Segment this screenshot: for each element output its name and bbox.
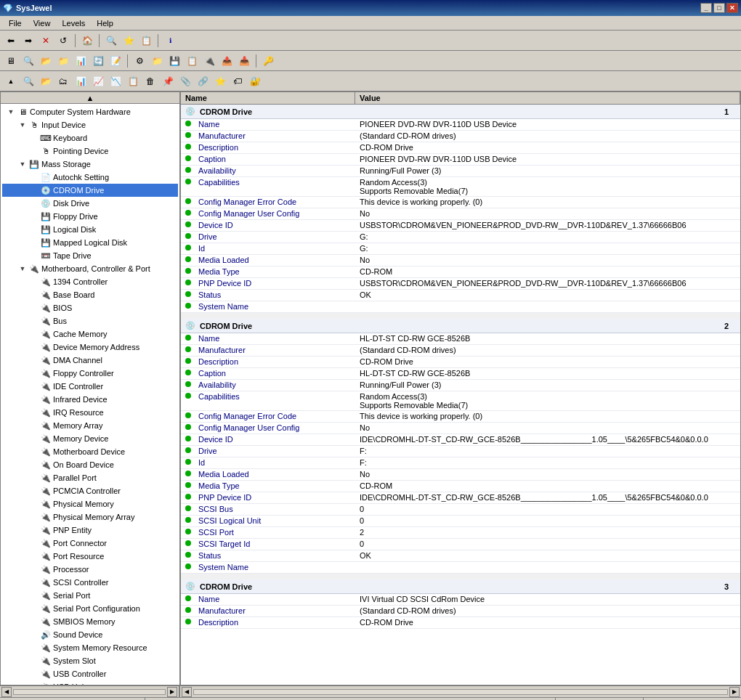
toolbar-btn-t2-12[interactable]: 🔌 — [201, 53, 217, 69]
col-header-value[interactable]: Value — [355, 92, 740, 104]
toolbar-btn-t3-9[interactable]: 🗑 — [142, 73, 158, 89]
tree-item-memdev[interactable]: 🔌 Memory Device — [2, 432, 178, 445]
toolbar-btn-t3-10[interactable]: 📌 — [160, 73, 176, 89]
tree-item-ide[interactable]: 🔌 IDE Controller — [2, 380, 178, 393]
tree-item-sound[interactable]: 🔊 Sound Device — [2, 628, 178, 641]
tree-item-serial[interactable]: 🔌 Serial Port — [2, 589, 178, 602]
tree-item-tape[interactable]: 📼 Tape Drive — [2, 249, 178, 262]
tree-item-disk[interactable]: 💿 Disk Drive — [2, 197, 178, 210]
toolbar-btn-t3-15[interactable]: 🔐 — [247, 73, 263, 89]
tree-item-1394[interactable]: 🔌 1394 Controller — [2, 275, 178, 288]
toolbar-btn-2[interactable]: ➡ — [20, 33, 36, 49]
tree-item-sysslot[interactable]: 🔌 System Slot — [2, 654, 178, 667]
toolbar-btn-8[interactable]: 📋 — [138, 33, 154, 49]
tree-item-serial-config[interactable]: 🔌 Serial Port Configuration — [2, 602, 178, 615]
tree-item-portres[interactable]: 🔌 Port Resource — [2, 550, 178, 563]
tree-item-pointing[interactable]: 🖱 Pointing Device — [2, 145, 178, 158]
menu-levels[interactable]: Levels — [56, 17, 91, 29]
toolbar-btn-t2-6[interactable]: 🔄 — [90, 53, 106, 69]
tree-item-motherboard-group[interactable]: ▼ 🔌 Motherboard, Controller & Port — [2, 262, 178, 275]
tree-item-root[interactable]: ▼ 🖥 Computer System Hardware — [2, 105, 178, 118]
tree-item-floppy-ctrl[interactable]: 🔌 Floppy Controller — [2, 367, 178, 380]
tree-item-smbios[interactable]: 🔌 SMBIOS Memory — [2, 615, 178, 628]
toolbar-btn-t2-13[interactable]: 📤 — [219, 53, 235, 69]
tree-item-usb-ctrl[interactable]: 🔌 USB Controller — [2, 667, 178, 680]
tree-item-input-device[interactable]: ▼ 🖱 Input Device — [2, 118, 178, 131]
tree-item-onboard[interactable]: 🔌 On Board Device — [2, 458, 178, 471]
minimize-button[interactable]: _ — [700, 3, 712, 13]
toolbar-btn-t3-6[interactable]: 📈 — [90, 73, 106, 89]
tree-item-irq[interactable]: 🔌 IRQ Resource — [2, 406, 178, 419]
toolbar-btn-t2-4[interactable]: 📁 — [55, 53, 71, 69]
tree-item-baseboard[interactable]: 🔌 Base Board — [2, 288, 178, 301]
toolbar-btn-6[interactable]: 🔍 — [103, 33, 119, 49]
tree-item-bios[interactable]: 🔌 BIOS — [2, 301, 178, 314]
expander-mass[interactable]: ▼ — [17, 158, 28, 170]
tree-item-logical-disk[interactable]: 💾 Logical Disk — [2, 223, 178, 236]
tree-item-mass-storage[interactable]: ▼ 💾 Mass Storage — [2, 158, 178, 171]
expander-input[interactable]: ▼ — [17, 119, 28, 131]
toolbar-btn-t2-3[interactable]: 📂 — [38, 53, 54, 69]
tree-scroll-up[interactable]: ▲ — [1, 92, 179, 104]
tree-item-usb-hub[interactable]: 🔌 USB Hub — [2, 680, 178, 685]
tree-item-cache[interactable]: 🔌 Cache Memory — [2, 327, 178, 341]
tree-item-mbdev[interactable]: 🔌 Motherboard Device — [2, 445, 178, 458]
toolbar-btn-t2-14[interactable]: 📥 — [236, 53, 252, 69]
hscroll-right-right-btn[interactable]: ▶ — [729, 687, 740, 697]
hscroll-right-btn[interactable]: ▶ — [167, 687, 177, 697]
toolbar-btn-7[interactable]: ⭐ — [121, 33, 137, 49]
tree-item-physmem-array[interactable]: 🔌 Physical Memory Array — [2, 510, 178, 524]
toolbar-btn-t3-12[interactable]: 🔗 — [195, 73, 211, 89]
toolbar-btn-t3-3[interactable]: 📂 — [38, 73, 54, 89]
col-header-name[interactable]: Name — [181, 92, 355, 104]
menu-file[interactable]: File — [3, 17, 28, 29]
toolbar-btn-t2-1[interactable]: 🖥 — [3, 53, 19, 69]
toolbar-btn-t3-13[interactable]: ⭐ — [212, 73, 228, 89]
toolbar-btn-t2-11[interactable]: 📋 — [184, 53, 200, 69]
tree-item-autochk[interactable]: 📄 Autochk Setting — [2, 171, 178, 184]
toolbar-btn-t3-8[interactable]: 📋 — [125, 73, 141, 89]
tree-item-mapped-logical[interactable]: 💾 Mapped Logical Disk — [2, 236, 178, 249]
tree-item-pcmcia[interactable]: 🔌 PCMCIA Controller — [2, 484, 178, 497]
menu-help[interactable]: Help — [91, 17, 119, 29]
toolbar-btn-t3-1[interactable]: ▲ — [3, 73, 19, 89]
toolbar-btn-9[interactable]: ℹ — [162, 33, 178, 49]
toolbar-btn-t2-9[interactable]: 📁 — [149, 53, 165, 69]
tree-item-physmem[interactable]: 🔌 Physical Memory — [2, 497, 178, 510]
tree-item-portconn[interactable]: 🔌 Port Connector — [2, 537, 178, 550]
toolbar-btn-t2-2[interactable]: 🔍 — [20, 53, 36, 69]
toolbar-btn-t2-5[interactable]: 📊 — [73, 53, 89, 69]
maximize-button[interactable]: □ — [713, 3, 725, 13]
expander-mb[interactable]: ▼ — [17, 263, 28, 274]
tree-item-sysmem[interactable]: 🔌 System Memory Resource — [2, 641, 178, 654]
tree-item-keyboard[interactable]: ⌨ Keyboard — [2, 131, 178, 145]
tree-item-infrared[interactable]: 🔌 Infrared Device — [2, 393, 178, 406]
toolbar-btn-t3-14[interactable]: 🏷 — [230, 73, 246, 89]
expander-root[interactable]: ▼ — [5, 106, 17, 118]
toolbar-btn-t3-11[interactable]: 📎 — [177, 73, 193, 89]
toolbar-btn-t2-10[interactable]: 💾 — [166, 53, 182, 69]
hscroll-left-btn[interactable]: ◀ — [1, 687, 12, 697]
toolbar-btn-t2-15[interactable]: 🔑 — [260, 53, 276, 69]
tree-item-memarray[interactable]: 🔌 Memory Array — [2, 419, 178, 432]
close-button[interactable]: ✕ — [726, 3, 738, 13]
menu-view[interactable]: View — [28, 17, 57, 29]
toolbar-btn-5[interactable]: 🏠 — [79, 33, 95, 49]
tree-item-pnp[interactable]: 🔌 PNP Entity — [2, 524, 178, 537]
toolbar-btn-t3-7[interactable]: 📉 — [108, 73, 124, 89]
toolbar-btn-3[interactable]: ✕ — [38, 33, 54, 49]
tree-item-devmem[interactable]: 🔌 Device Memory Address — [2, 341, 178, 354]
tree-item-floppy-drive[interactable]: 💾 Floppy Drive — [2, 210, 178, 223]
toolbar-btn-4[interactable]: ↺ — [55, 33, 71, 49]
toolbar-btn-t3-5[interactable]: 📊 — [73, 73, 89, 89]
tree-item-cdrom[interactable]: 💿 CDROM Drive — [2, 184, 178, 197]
hscroll-right-left-btn[interactable]: ◀ — [182, 687, 192, 697]
tree-item-parallel[interactable]: 🔌 Parallel Port — [2, 471, 178, 484]
toolbar-btn-t2-8[interactable]: ⚙ — [131, 53, 147, 69]
tree-item-processor[interactable]: 🔌 Processor — [2, 563, 178, 576]
tree-item-scsi-ctrl[interactable]: 🔌 SCSI Controller — [2, 576, 178, 589]
tree-item-bus[interactable]: 🔌 Bus — [2, 314, 178, 327]
toolbar-btn-t3-2[interactable]: 🔍 — [20, 73, 36, 89]
toolbar-btn-1[interactable]: ⬅ — [3, 33, 19, 49]
toolbar-btn-t3-4[interactable]: 🗂 — [55, 73, 71, 89]
